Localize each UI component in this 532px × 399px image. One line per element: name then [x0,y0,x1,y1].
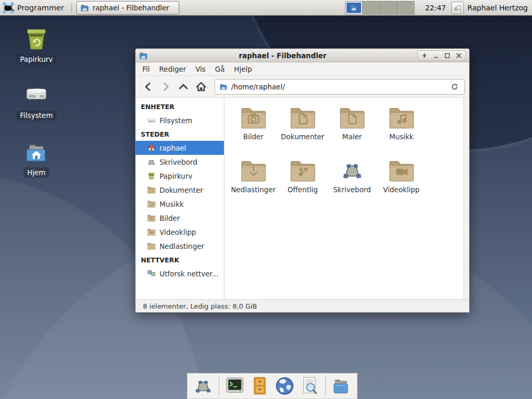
file-item-label: Maler [342,132,362,141]
menu-fil[interactable]: Fil [138,63,154,75]
window-controls [417,50,466,61]
desktop-icon-filsystem[interactable]: Filsystem [11,81,61,121]
sidebar-item-label: Videoklipp [159,228,196,236]
folder-download-icon [240,158,268,183]
sidebar-item-nedlastinger[interactable]: Nedlastinger [136,239,224,253]
workspace-pager[interactable] [345,1,415,15]
dock-item-file-manager[interactable] [330,375,352,397]
maximize-button[interactable] [442,51,453,60]
sidebar-item-papirkurv[interactable]: Papirkurv [136,169,224,183]
top-panel: Programmer raphael - Filbehandler 22:47 … [0,0,532,16]
desktop-icon-hjem[interactable]: Hjem [11,138,61,178]
file-item-musikk[interactable]: Musikk [377,103,426,155]
sidebar-item-label: Bilder [159,214,180,222]
globe-icon [274,376,295,396]
reload-button[interactable] [449,81,460,92]
folder-download-icon [147,242,156,250]
applications-menu-button[interactable]: Programmer [0,0,68,16]
home-button[interactable] [193,79,209,95]
close-button[interactable] [454,51,464,60]
sidebar-item-raphael[interactable]: raphael [136,141,224,155]
terminal-icon [224,376,245,396]
status-text: 8 ielementer, Ledig plass: 8,0 GiB [143,302,257,310]
cabinet-icon [249,376,270,396]
workspace-2[interactable] [363,2,380,14]
menu-vis[interactable]: Vis [191,63,210,75]
up-button[interactable] [175,79,192,95]
file-item-skrivebord[interactable]: Skrivebord [327,156,377,208]
file-item-videoklipp[interactable]: Videoklipp [377,156,426,208]
file-item-label: Nedlastinger [231,185,275,194]
menubar: FilRedigerVisGåHjelp [136,62,469,76]
workspace-4[interactable] [397,2,414,14]
titlebar[interactable]: raphael - Filbehandler [136,49,469,62]
window-content: ENHETER Filsystem STEDER raphael Skriveb… [136,98,469,299]
back-button[interactable] [140,79,156,95]
file-item-label: Bilder [243,132,263,141]
sidebar-section-header: STEDER [136,127,224,141]
dock-item-show-desktop[interactable] [192,375,214,397]
workspace-3[interactable] [380,2,397,14]
network-small-icon [147,269,156,278]
status-bar: 8 ielementer, Ledig plass: 8,0 GiB [136,299,469,312]
menu-gå[interactable]: Gå [210,63,230,75]
sidebar-item-label: Filsystem [159,116,192,125]
folder-document-icon [147,185,156,194]
sidebar-item-dokumenter[interactable]: Dokumenter [136,183,224,197]
minimize-button[interactable] [431,51,441,60]
sidebar-item-label: Dokumenter [159,186,203,194]
sidebar-section-header: NETTVERK [136,253,224,267]
forward-button[interactable] [157,79,174,95]
workspace-1[interactable] [345,2,363,14]
sidebar-item-musikk[interactable]: Musikk [136,197,224,211]
xfce-logo-icon [2,2,15,14]
sidebar-item-videoklipp[interactable]: Videoklipp [136,225,224,239]
path-bar[interactable]: /home/raphael/ [215,79,465,95]
taskbar-window-button[interactable]: raphael - Filbehandler [76,1,179,15]
desktop-large-icon [338,158,366,183]
sidebar-item-bilder[interactable]: Bilder [136,211,224,225]
eraser-icon [453,3,463,13]
trash-small-icon [147,171,156,180]
dock-item-file-cabinet[interactable] [249,375,271,397]
sidebar-item-label: raphael [159,144,186,152]
file-item-bilder[interactable]: Bilder [229,103,278,155]
dock-separator [325,377,326,395]
file-item-label: Videoklipp [383,185,419,194]
vertical-scrollbar[interactable] [463,98,469,299]
sidebar: ENHETER Filsystem STEDER raphael Skriveb… [136,98,224,299]
desktop-large-icon [193,376,214,396]
sidebar-item-label: Musikk [159,200,184,208]
dock-item-web-browser[interactable] [274,375,296,397]
file-item-nedlastinger[interactable]: Nedlastinger [229,156,278,208]
sidebar-item-label: Utforsk nettver... [159,270,219,278]
window-title: raphael - Filbehandler [148,51,417,60]
file-item-maler[interactable]: Maler [327,103,377,155]
sidebar-item-filsystem[interactable]: Filsystem [136,113,224,127]
file-view[interactable]: Bilder Dokumenter Maler Musikk Nedlastin… [224,98,463,299]
file-item-dokumenter[interactable]: Dokumenter [278,103,327,155]
home-folder-large-icon [23,138,50,165]
menu-rediger[interactable]: Rediger [154,63,191,75]
path-text: /home/raphael/ [231,83,445,91]
desktop-icon-label: Filsystem [16,110,56,121]
dock-item-terminal[interactable] [224,375,246,397]
finder-icon [299,376,320,396]
dock-item-application-finder[interactable] [299,375,321,397]
file-item-offentlig[interactable]: Offentlig [278,156,327,208]
desktop-icon-papirkurv[interactable]: Papirkurv [11,25,61,64]
user-session-button[interactable] [451,2,464,14]
menu-hjelp[interactable]: Hjelp [230,63,257,75]
dock [187,373,357,399]
desktop-icon-label: Papirkurv [16,54,56,64]
panel-grip [70,3,73,12]
folder-open-large-icon [331,376,352,396]
shade-button[interactable] [419,51,430,60]
drive-large-icon [23,81,50,108]
trash-large-icon [23,25,50,52]
file-item-label: Dokumenter [281,132,325,141]
sidebar-item-utforsk-nettver-[interactable]: Utforsk nettver... [136,267,224,281]
sidebar-item-skrivebord[interactable]: Skrivebord [136,155,224,169]
folder-music-icon [147,200,156,208]
file-item-label: Offentlig [287,185,317,194]
